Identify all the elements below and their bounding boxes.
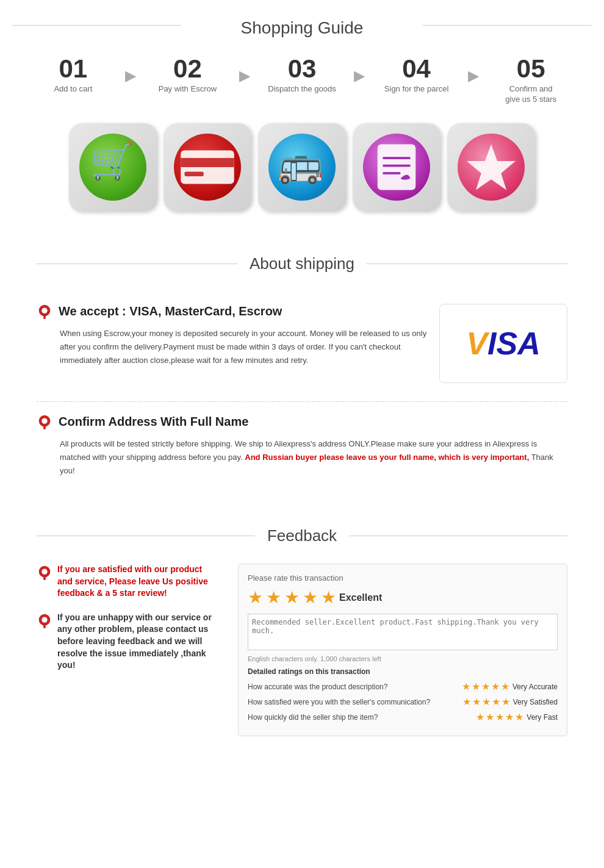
feedback-divider-right [349,536,567,536]
r2-s2: ★ [472,696,481,708]
step-1-icon-box: 🛒 [69,123,157,212]
r1-s1: ★ [462,681,470,692]
star-3: ★ [284,587,300,608]
svg-rect-5 [378,145,416,190]
step-2-number: 02 [173,56,202,82]
r3-s1: ★ [476,711,484,723]
address-heading: Confirm Address With Full Name [37,414,567,430]
payment-heading: We accept : VISA, MasterCard, Escrow [37,304,427,320]
rating-3-stars: ★ ★ ★ ★ ★ [476,711,523,723]
svg-text:🛒: 🛒 [90,140,134,182]
svg-rect-15 [43,425,46,429]
star-2: ★ [266,587,281,608]
step-4-icon-box [353,123,441,212]
feedback-divider-left [37,536,255,536]
steps-container: 01 Add to cart ▶ 02 Pay with Escrow ▶ 03… [0,50,604,117]
svg-point-14 [41,418,47,423]
step-2-label: Pay with Escrow [159,84,217,95]
payment-heading-text: We accept : VISA, MasterCard, Escrow [59,304,282,318]
feedback-rating-form: Please rate this transaction ★ ★ ★ ★ ★ E… [238,564,567,736]
rating-3-stars-group: ★ ★ ★ ★ ★ Very Fast [476,711,558,723]
excellent-label: Excellent [339,592,382,603]
feedback-pin-icon-2 [37,613,52,629]
divider-line-right [367,264,567,264]
rate-title: Please rate this transaction [248,573,558,583]
rating-2-stars: ★ ★ ★ ★ ★ [462,696,510,708]
svg-point-11 [41,307,47,313]
r1-s5: ★ [501,681,509,692]
rating-1-stars-group: ★ ★ ★ ★ ★ Very Accurate [462,681,558,692]
step-1: 01 Add to cart [24,56,122,95]
pay-icon [174,134,241,201]
r1-s4: ★ [491,681,500,692]
rating-question-2: How satisfied were you with the seller's… [248,698,430,706]
visa-logo-box: VISA [439,304,567,383]
arrow-1: ▶ [122,67,139,84]
char-count: English characters only. 1,000 character… [248,655,558,662]
rating-2-label: Very Satisfied [513,698,558,706]
shopping-guide-section: Shopping Guide 01 Add to cart ▶ 02 Pay w… [0,0,604,230]
feedback-textarea[interactable] [248,614,558,650]
shipping-divider: About shipping [37,254,567,273]
r1-s3: ★ [481,681,490,692]
r2-s3: ★ [482,696,491,708]
shipping-title: About shipping [237,254,367,273]
rating-2-stars-group: ★ ★ ★ ★ ★ Very Satisfied [462,696,558,708]
r3-s4: ★ [505,711,514,723]
address-body-text: All products will be tested strictly bef… [37,437,567,478]
rating-1-label: Very Accurate [512,683,558,691]
divider-line-left [37,264,237,264]
feedback-positive-item: If you are satisfied with our product an… [37,564,220,600]
feedback-divider: Feedback [37,526,567,545]
svg-marker-9 [467,145,516,190]
address-highlight-text: And Russian buyer please leave us your f… [245,453,529,462]
rating-row-1: How accurate was the product description… [248,681,558,692]
confirm-icon [458,134,525,201]
address-block: Confirm Address With Full Name All produ… [37,414,567,478]
feedback-section: Feedback If you are satisfied with our p… [0,508,604,761]
main-stars-row: ★ ★ ★ ★ ★ Excellent [248,587,558,608]
pay-svg [177,137,238,198]
visa-blue-part: ISA [487,326,541,361]
feedback-positive-text: If you are satisfied with our product an… [57,564,220,600]
confirm-svg [461,137,522,198]
rating-question-3: How quickly did the seller ship the item… [248,713,378,722]
svg-text:🚌: 🚌 [278,142,323,185]
star-5: ★ [321,587,336,608]
step-5-number: 05 [517,56,545,82]
address-pin-icon [37,414,52,430]
payment-text: We accept : VISA, MasterCard, Escrow Whe… [37,304,439,367]
r1-s2: ★ [472,681,480,692]
rating-row-2: How satisfied were you with the seller's… [248,696,558,708]
svg-point-17 [41,569,47,575]
feedback-content: If you are satisfied with our product an… [37,564,567,736]
r3-s5: ★ [515,711,523,723]
step-5-label: Confirm andgive us 5 stars [505,84,556,105]
payment-body-text: When using Escrow,your money is deposite… [37,327,427,367]
feedback-negative-item: If you are unhappy with our service or a… [37,612,220,672]
step-icons-container: 🛒 🚌 [0,117,604,230]
svg-rect-3 [185,172,204,177]
svg-rect-12 [43,315,46,319]
feedback-pin-icon-1 [37,565,52,581]
visa-orange-part: V [466,326,487,361]
step-1-number: 01 [59,56,87,82]
feedback-left: If you are satisfied with our product an… [37,564,220,684]
step-4-label: Sign for the parcel [384,84,449,95]
svg-rect-2 [181,158,234,167]
dotted-divider [37,401,567,402]
sign-svg [366,137,427,198]
about-shipping-section: About shipping We accept : VISA, MasterC… [0,230,604,508]
star-1: ★ [248,587,263,608]
step-2-icon-box [164,123,252,212]
step-3-icon-box: 🚌 [258,123,347,212]
step-3-label: Dispatch the goods [268,84,336,95]
sign-icon [363,134,430,201]
star-4: ★ [303,587,318,608]
step-4-number: 04 [402,56,431,82]
r2-s4: ★ [492,696,500,708]
dispatch-svg: 🚌 [271,137,333,198]
arrow-4: ▶ [465,67,482,84]
r3-s2: ★ [486,711,494,723]
step-5-icon-box [447,123,536,212]
